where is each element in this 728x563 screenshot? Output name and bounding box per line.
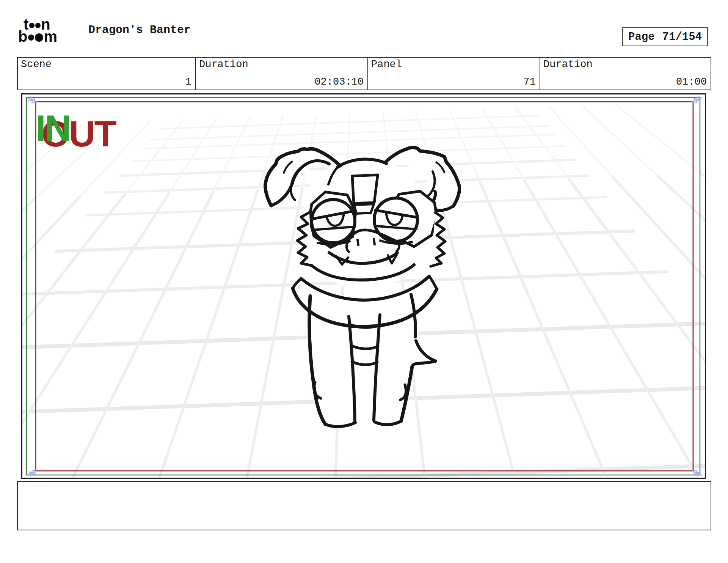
storyboard-page: { "header": { "logo": { "line1_start": "… — [0, 0, 728, 563]
page-indicator: Page 71/154 — [622, 27, 708, 46]
logo-letter: b — [18, 31, 28, 42]
info-cell-scene-duration: Duration 02:03:10 — [195, 58, 367, 90]
page-label: Page — [628, 31, 655, 43]
logo-dot-icon — [28, 35, 34, 41]
storyboard-panel-frame: OUT IN — [21, 93, 706, 479]
logo-line-2: bm — [18, 30, 73, 42]
scene-duration-value: 02:03:10 — [314, 76, 364, 88]
project-title: Dragon's Banter — [88, 24, 191, 36]
toonboom-logo: tn bm — [24, 18, 73, 42]
logo-dot-icon — [35, 23, 41, 28]
logo-letter: m — [44, 31, 58, 42]
scene-value: 1 — [185, 76, 191, 88]
scene-duration-label: Duration — [199, 59, 248, 70]
panel-duration-value: 01:00 — [676, 76, 707, 88]
caption-box — [17, 481, 711, 530]
info-cell-scene: Scene 1 — [18, 58, 195, 90]
info-cell-panel: Panel 71 — [367, 58, 540, 90]
panel-artwork — [22, 94, 705, 478]
dragon-sketch — [264, 148, 461, 428]
logo-dot-icon — [29, 23, 35, 28]
panel-value: 71 — [524, 76, 536, 88]
camera-in-label: IN — [36, 110, 70, 146]
page-number: 71/154 — [662, 31, 702, 43]
info-cell-panel-duration: Duration 01:00 — [540, 58, 711, 90]
panel-label: Panel — [371, 59, 402, 70]
panel-info-bar: Scene 1 Duration 02:03:10 Panel 71 Durat… — [17, 57, 711, 90]
logo-dot-icon — [35, 33, 43, 42]
panel-duration-label: Duration — [543, 59, 593, 70]
scene-label: Scene — [21, 59, 52, 70]
